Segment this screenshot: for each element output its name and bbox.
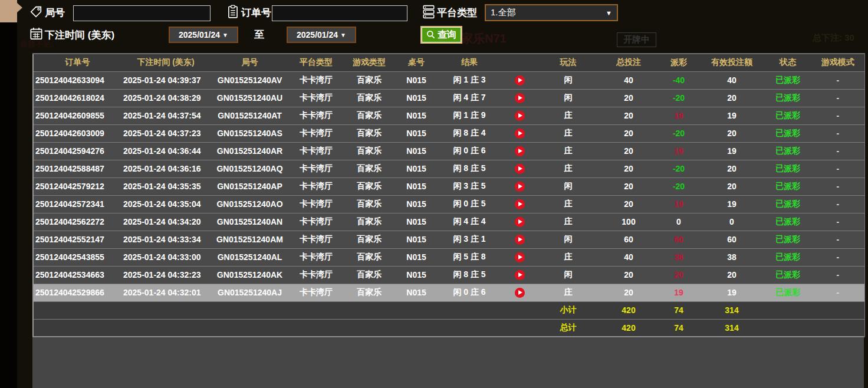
column-header-11: 有效投注额 bbox=[699, 54, 764, 71]
table-row[interactable]: 2501240425346632025-01-24 04:32:23GN0152… bbox=[33, 266, 864, 284]
platform-cell: 卡卡湾厅 bbox=[290, 177, 343, 195]
table-row[interactable]: 2501240425521472025-01-24 04:33:34GN0152… bbox=[33, 231, 864, 248]
grand-total-row-result-cell bbox=[437, 319, 502, 337]
table-no-cell: N015 bbox=[396, 266, 437, 284]
total-bet-cell: 20 bbox=[599, 266, 658, 284]
replay-play-icon[interactable] bbox=[515, 182, 525, 192]
replay-play-icon[interactable] bbox=[515, 270, 525, 280]
replay-play-icon[interactable] bbox=[515, 164, 525, 174]
order-no-cell: 250124042552147 bbox=[33, 231, 121, 248]
total-bet-cell: 20 bbox=[599, 284, 658, 301]
payout-cell: -20 bbox=[658, 177, 699, 195]
left-edge-strip bbox=[0, 22, 17, 388]
replay-play-icon[interactable] bbox=[515, 111, 525, 121]
table-no-cell: N015 bbox=[396, 195, 437, 213]
order-no-cell: 250124042609855 bbox=[33, 107, 121, 124]
table-no-cell: N015 bbox=[396, 160, 437, 177]
method-cell: 庄 bbox=[537, 124, 599, 142]
table-row[interactable]: 2501240426330942025-01-24 04:39:37GN0152… bbox=[33, 71, 864, 89]
grand-total-row-payout-cell: 74 bbox=[658, 319, 699, 337]
valid-bet-cell: 20 bbox=[699, 124, 764, 142]
date-to-picker[interactable]: 2025/01/24 ▼ bbox=[287, 27, 356, 43]
status-cell: 已派彩 bbox=[764, 231, 811, 248]
table-empty-area bbox=[32, 336, 864, 388]
bet-time-cell: 2025-01-24 04:37:23 bbox=[121, 124, 210, 142]
game-type-cell: 百家乐 bbox=[343, 107, 396, 124]
replay-play-icon[interactable] bbox=[515, 235, 525, 245]
grand-total-row-valid-bet-cell: 314 bbox=[699, 319, 764, 337]
total-bet-cell: 60 bbox=[599, 231, 658, 248]
subtotal-row-bet-time-cell bbox=[121, 301, 210, 319]
table-row[interactable]: 2501240426030092025-01-24 04:37:23GN0152… bbox=[33, 124, 864, 142]
calendar-icon bbox=[29, 27, 43, 41]
payout-cell: 0 bbox=[658, 213, 699, 231]
round-no-input[interactable] bbox=[73, 5, 211, 21]
order-no-input[interactable] bbox=[272, 5, 407, 21]
status-cell: 已派彩 bbox=[764, 177, 811, 195]
table-row[interactable]: 2501240425792122025-01-24 04:35:35GN0152… bbox=[33, 177, 864, 195]
replay-play-icon[interactable] bbox=[515, 146, 525, 156]
result-cell: 闲 0 庄 5 bbox=[437, 195, 502, 213]
table-row[interactable]: 2501240425942762025-01-24 04:36:44GN0152… bbox=[33, 142, 864, 160]
replay-cell bbox=[502, 71, 537, 89]
game-type-cell: 百家乐 bbox=[343, 248, 396, 266]
bet-time-cell: 2025-01-24 04:38:29 bbox=[121, 89, 210, 107]
platform-cell: 卡卡湾厅 bbox=[290, 142, 343, 160]
game-type-cell: 百家乐 bbox=[343, 142, 396, 160]
valid-bet-cell: 20 bbox=[699, 89, 764, 107]
replay-play-icon[interactable] bbox=[515, 288, 525, 298]
round-no-cell: GN015251240AQ bbox=[210, 160, 290, 177]
payout-cell: 20 bbox=[658, 266, 699, 284]
status-cell: 已派彩 bbox=[764, 248, 811, 266]
grand-total-row-replay-cell bbox=[502, 319, 537, 337]
panel-collapse-handle[interactable] bbox=[0, 0, 17, 22]
subtotal-row-status-cell bbox=[764, 301, 811, 319]
table-no-cell: N015 bbox=[396, 248, 437, 266]
platform-type-select[interactable]: 1.全部 ▼ bbox=[485, 4, 618, 21]
replay-play-icon[interactable] bbox=[515, 75, 525, 86]
status-cell: 已派彩 bbox=[764, 213, 811, 231]
column-header-13: 游戏模式 bbox=[811, 54, 864, 71]
betting-records-screen: 局号 订单号 平台类型 1.全部 ▼ 下注时间 (美东) 2025/01/24 … bbox=[0, 0, 868, 388]
replay-play-icon[interactable] bbox=[515, 93, 525, 103]
table-row[interactable]: 2501240426098552025-01-24 04:37:54GN0152… bbox=[33, 107, 864, 124]
replay-play-icon[interactable] bbox=[515, 252, 525, 262]
round-no-cell: GN015251240AV bbox=[210, 71, 290, 89]
query-button[interactable]: 查询 bbox=[420, 26, 462, 44]
round-no-cell: GN015251240AO bbox=[210, 195, 290, 213]
replay-cell bbox=[502, 284, 537, 301]
date-from-value: 2025/01/24 bbox=[179, 30, 220, 40]
table-row[interactable]: 2501240426180242025-01-24 04:38:29GN0152… bbox=[33, 89, 864, 107]
replay-play-icon[interactable] bbox=[515, 129, 525, 139]
grand-total-row-platform-cell bbox=[290, 319, 343, 337]
bet-time-cell: 2025-01-24 04:35:35 bbox=[121, 177, 210, 195]
payout-cell: -40 bbox=[658, 71, 699, 89]
replay-play-icon[interactable] bbox=[515, 199, 525, 209]
method-cell: 闲 bbox=[537, 266, 599, 284]
subtotal-row-order-no-cell bbox=[33, 301, 121, 319]
grand-total-row: 总计42074314 bbox=[33, 319, 864, 337]
platform-type-value: 1.全部 bbox=[491, 7, 516, 18]
records-panel: 局号 订单号 平台类型 1.全部 ▼ 下注时间 (美东) 2025/01/24 … bbox=[17, 0, 868, 388]
table-row[interactable]: 2501240425884872025-01-24 04:36:16GN0152… bbox=[33, 160, 864, 177]
clipboard-icon bbox=[226, 5, 239, 19]
table-row[interactable]: 2501240425298662025-01-24 04:32:01GN0152… bbox=[33, 284, 864, 301]
date-from-picker[interactable]: 2025/01/24 ▼ bbox=[169, 27, 238, 43]
column-header-5: 桌号 bbox=[396, 54, 437, 71]
table-row[interactable]: 2501240425622722025-01-24 04:34:20GN0152… bbox=[33, 213, 864, 231]
bet-time-cell: 2025-01-24 04:33:34 bbox=[121, 231, 210, 248]
subtotal-row-table-no-cell bbox=[396, 301, 437, 319]
replay-cell bbox=[502, 248, 537, 266]
payout-cell: -20 bbox=[658, 89, 699, 107]
order-no-cell: 250124042543855 bbox=[33, 248, 121, 266]
table-row[interactable]: 2501240425723412025-01-24 04:35:04GN0152… bbox=[33, 195, 864, 213]
total-bet-cell: 100 bbox=[599, 213, 658, 231]
grand-total-row-bet-time-cell bbox=[121, 319, 210, 337]
game-mode-cell: - bbox=[811, 213, 864, 231]
platform-cell: 卡卡湾厅 bbox=[290, 195, 343, 213]
table-row[interactable]: 2501240425438552025-01-24 04:33:00GN0152… bbox=[33, 248, 864, 266]
game-mode-cell: - bbox=[811, 266, 864, 284]
replay-play-icon[interactable] bbox=[515, 217, 525, 227]
total-bet-cell: 20 bbox=[599, 124, 658, 142]
game-mode-cell: - bbox=[811, 248, 864, 266]
